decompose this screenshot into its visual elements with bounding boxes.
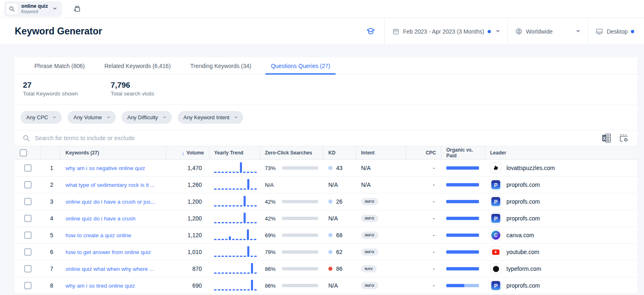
leader-domain-link[interactable]: lovattspuzzles.com [506,165,555,171]
row-checkbox[interactable] [24,215,32,222]
tab-related-keywords[interactable]: Related Keywords (6,416) [95,57,181,74]
zero-click-bar [282,250,318,254]
row-checkbox[interactable] [24,282,32,289]
intent-badge: INFO [361,215,378,222]
trend-dash [240,205,242,206]
row-checkbox[interactable] [24,248,32,256]
stat-value: 27 [23,81,78,90]
leader-domain-link[interactable]: proprofs.com [506,215,540,222]
table-row: 7online quiz what when why where ...8708… [15,261,637,277]
cell-checkbox [15,277,41,294]
keyword-selector[interactable]: online quiz Keyword [4,1,62,17]
filter-chip-any-volume[interactable]: Any Volume [68,111,115,124]
intent-badge: INFO [361,248,378,256]
trend-dash [233,272,235,274]
table-header-col-rank[interactable] [41,146,61,159]
keyword-link[interactable]: what type of sedimentary rock is it ... [66,182,155,188]
leader-domain-link[interactable]: proprofs.com [506,182,540,188]
region-selector[interactable]: Worldwide [507,18,588,45]
kd-dot-icon [328,233,332,237]
row-checkbox[interactable] [24,164,32,172]
trend-dash [236,289,239,290]
yearly-trend-chart [214,246,257,258]
table-search-row: X [15,130,637,146]
keyword-link[interactable]: online quiz do i have a crush or jus... [66,199,155,205]
manage-columns-button[interactable] [619,134,629,143]
table-header-col-zero-click[interactable]: Zero-Click Searches [260,146,323,159]
cell-kd: 86 [323,261,356,277]
table-header-col-checkbox[interactable] [15,146,41,159]
cell-organic-vs-paid [441,227,485,243]
trend-dash [251,256,253,257]
leader-favicon-proprofs: P [490,280,502,291]
desktop-icon [595,27,603,36]
leader-domain-link[interactable]: proprofs.com [506,198,540,205]
device-selector[interactable]: Desktop [588,18,644,45]
leader-domain-link[interactable]: youtube.com [506,249,539,255]
leader-domain-link[interactable]: typeform.com [506,266,541,272]
keyword-link[interactable]: online quiz what when why where ... [66,266,154,272]
row-checkbox[interactable] [24,265,32,272]
cell-keywords: what type of sedimentary rock is it ... [61,177,166,193]
keyword-link[interactable]: how to get answer from online quiz [66,249,151,255]
cell-cpc: - [406,210,441,227]
proprofs-logo-icon: P [491,214,500,223]
date-range-selector[interactable]: Feb 2023 - Apr 2023 (3 Months) [384,18,507,45]
tab-phrase-match[interactable]: Phrase Match (806) [25,57,95,74]
trend-dash [218,272,220,274]
table-row: 8why am i so tired online quiz69086%N/AI… [15,277,637,294]
keyword-link[interactable]: online quiz do i have a crush [66,216,136,222]
trend-bar [244,196,246,206]
keyword-link[interactable]: why am i so tired online quiz [66,283,135,289]
intent-badge: INFO [361,198,378,205]
table-header-col-intent[interactable]: Intent [356,146,406,159]
trend-dash [233,256,235,257]
organic-segment [446,217,479,220]
trend-dash [236,205,239,206]
cell-leader: Ccanva.com [485,227,637,243]
proprofs-logo-icon: P [491,281,500,290]
filter-chip-any-keyword-intent[interactable]: Any Keyword Intent [178,111,244,124]
keyword-link[interactable]: how to create a quiz online [66,232,131,238]
table-header-col-yearly-trend[interactable]: Yearly Trend [209,146,260,159]
trend-bar [240,162,242,173]
filter-chip-any-difficulty[interactable]: Any Difficulty [122,111,172,124]
tab-questions-queries[interactable]: Questions Queries (27) [261,57,340,74]
kd-value: 62 [336,249,343,255]
stat-total-search-visits: 7,796 Total search visits [111,81,154,98]
leader-domain-link[interactable]: proprofs.com [506,282,540,289]
cpc-value: - [433,232,436,238]
academy-button[interactable] [357,18,384,45]
export-excel-button[interactable]: X [602,134,612,143]
trend-dash [221,172,224,173]
table-header-col-organic-vs-paid[interactable]: Organic vs. Paid [441,146,485,159]
keyword-value: online quiz [21,4,48,9]
cell-keywords: online quiz do i have a crush [61,210,166,227]
volume-value: 690 [192,282,204,289]
trend-dash [221,188,224,190]
filter-chip-any-cpc[interactable]: Any CPC [20,111,62,124]
select-all-checkbox[interactable] [20,149,27,157]
table-header-col-kd[interactable]: KD [323,146,356,159]
cell-keywords: online quiz do i have a crush or jus... [61,193,166,210]
row-checkbox[interactable] [24,198,32,205]
volume-value: 870 [192,266,204,272]
leader-favicon-proprofs: P [490,213,502,224]
sort-desc-icon[interactable]: ↓ [182,150,185,156]
add-comparison-button[interactable] [72,5,81,14]
trend-dash [218,289,220,290]
leader-domain-link[interactable]: canva.com [506,232,534,238]
table-header-col-leader[interactable]: Leader [485,146,637,159]
table-header-col-cpc[interactable]: CPC [406,146,441,159]
table-header-col-volume[interactable]: ↓Volume [166,146,209,159]
row-checkbox[interactable] [24,231,32,239]
table-header-col-keywords[interactable]: Keywords (27) [61,146,166,159]
row-checkbox[interactable] [24,181,32,188]
terms-search-input[interactable] [35,135,594,141]
intent-value: N/A [361,182,371,188]
keyword-link[interactable]: why am i so negative online quiz [66,165,145,171]
tab-trending-keywords[interactable]: Trending Keywords (34) [181,57,261,74]
trend-dash [251,222,253,223]
academy-cap-icon [366,27,375,36]
cell-yearly-trend [209,160,260,176]
